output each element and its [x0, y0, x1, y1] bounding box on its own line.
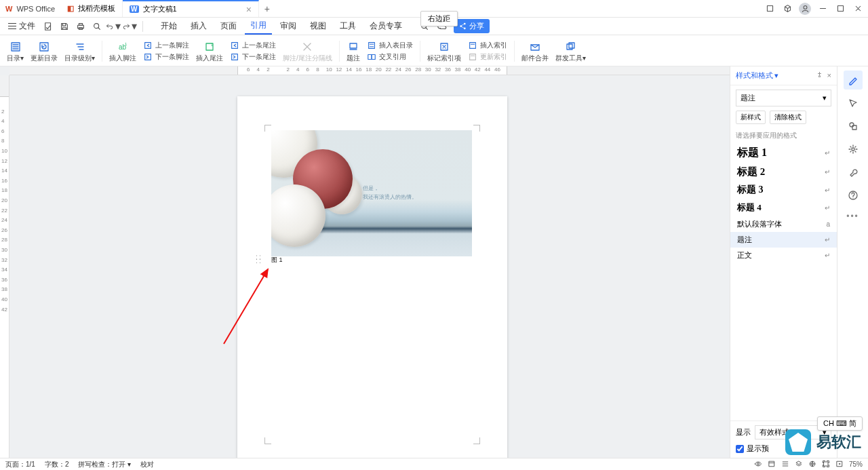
- update-toc-button[interactable]: 更新目录: [31, 41, 58, 62]
- eye-icon[interactable]: [754, 460, 762, 469]
- file-menu[interactable]: 文件: [4, 19, 39, 33]
- web-layout-icon[interactable]: [808, 460, 816, 469]
- preview-label: 显示预: [747, 444, 769, 454]
- style-name: 标题 2: [737, 165, 765, 178]
- styles-pane-icon[interactable]: [844, 71, 863, 90]
- index-mark-button[interactable]: 标记索引项: [427, 41, 461, 62]
- document-editor[interactable]: 但是， 我还有滚烫人的热情。 ⁚⁚⁚⁚ 图 1: [9, 75, 730, 458]
- undo-icon[interactable]: ▾: [106, 20, 121, 33]
- svg-rect-0: [767, 5, 772, 11]
- style-row[interactable]: 题注↵: [730, 232, 837, 248]
- status-words[interactable]: 字数：2: [45, 460, 69, 469]
- svg-line-43: [224, 269, 268, 344]
- document-image[interactable]: 但是， 我还有滚烫人的热情。: [271, 130, 472, 256]
- status-page[interactable]: 页面：1/1: [5, 460, 35, 469]
- insert-endnote-button[interactable]: 1插入尾注: [196, 41, 223, 62]
- layout-outline-icon[interactable]: [781, 460, 789, 469]
- print-icon[interactable]: [73, 20, 88, 33]
- menu-tab-review[interactable]: 审阅: [275, 18, 302, 34]
- menu-tab-reference[interactable]: 引用: [245, 18, 272, 35]
- svg-point-44: [850, 123, 854, 127]
- style-row[interactable]: 标题 1↵: [730, 143, 837, 163]
- menu-tab-member[interactable]: 会员专享: [364, 18, 408, 34]
- layout-print-icon[interactable]: [768, 460, 776, 469]
- add-tab-button[interactable]: +: [259, 3, 275, 14]
- shape-icon[interactable]: [844, 117, 863, 136]
- mail-merge-button[interactable]: 邮件合并: [521, 41, 549, 62]
- select-icon[interactable]: [844, 94, 863, 113]
- footnote-separator-button: 脚注/尾注分隔线: [283, 41, 332, 62]
- style-mark-icon: ↵: [825, 168, 830, 176]
- new-style-button[interactable]: 新样式: [736, 111, 766, 124]
- svg-rect-28: [350, 43, 357, 48]
- rect-icon[interactable]: [762, 1, 777, 16]
- menu-tab-view[interactable]: 视图: [304, 18, 332, 34]
- figure-toc-button[interactable]: 插入表目录: [367, 41, 413, 50]
- layout-read-icon[interactable]: [795, 460, 803, 469]
- avatar[interactable]: [797, 1, 812, 16]
- tools-icon[interactable]: [844, 163, 863, 182]
- close-icon[interactable]: ×: [246, 5, 252, 14]
- menu-tab-insert[interactable]: 插入: [185, 18, 212, 34]
- help-icon[interactable]: [844, 186, 863, 205]
- preview-icon[interactable]: [90, 20, 104, 33]
- zoom-level[interactable]: 75%: [849, 461, 863, 468]
- tab-templates[interactable]: ◧ 找稻壳模板: [60, 0, 123, 17]
- status-proof[interactable]: 校对: [140, 460, 154, 469]
- menu-tab-page[interactable]: 页面: [215, 18, 242, 34]
- style-applied-select[interactable]: 题注▾: [736, 90, 831, 106]
- tab-label: 文字文稿1: [143, 4, 177, 14]
- menu-tab-tools[interactable]: 工具: [334, 18, 361, 34]
- status-spellcheck[interactable]: 拼写检查：打开 ▾: [78, 460, 131, 469]
- style-row[interactable]: 正文↵: [730, 248, 837, 263]
- svg-rect-33: [368, 55, 372, 60]
- style-row[interactable]: 默认段落字体a: [730, 216, 837, 232]
- close-panel-icon[interactable]: ×: [827, 71, 831, 80]
- panel-title[interactable]: 样式和格式 ▾: [736, 71, 778, 81]
- prev-endnote-button[interactable]: 上一条尾注: [230, 41, 276, 50]
- svg-rect-42: [569, 43, 574, 48]
- style-row[interactable]: 标题 4↵: [730, 199, 837, 216]
- styles-panel: 样式和格式 ▾ × 题注▾ 新样式 清除格式 请选择要应用的格式 标题 1↵标题…: [730, 66, 837, 458]
- redo-icon[interactable]: ▾: [122, 20, 137, 33]
- pin-icon[interactable]: [816, 71, 823, 80]
- caption-button[interactable]: 题注: [347, 41, 360, 62]
- ribbon-group-mail: 邮件合并 群发工具▾: [521, 41, 593, 62]
- move-handle-icon[interactable]: ⁚⁚⁚⁚: [256, 256, 262, 264]
- prev-footnote-button[interactable]: 上一条脚注: [143, 41, 189, 50]
- style-row[interactable]: 标题 2↵: [730, 163, 837, 181]
- maximize-icon[interactable]: [833, 1, 848, 16]
- group-send-button[interactable]: 群发工具▾: [555, 41, 586, 62]
- focus-icon[interactable]: [822, 460, 830, 469]
- svg-rect-50: [769, 461, 774, 467]
- tab-document[interactable]: W 文字文稿1 ×: [123, 0, 259, 17]
- more-icon[interactable]: •••: [846, 212, 859, 221]
- settings-icon[interactable]: [844, 140, 863, 159]
- cross-ref-button[interactable]: 交叉引用: [367, 52, 413, 62]
- toc-button[interactable]: 目录▾: [7, 41, 24, 62]
- next-footnote-button[interactable]: 下一条脚注: [143, 52, 189, 62]
- tooltip-right-margin: 右边距: [420, 11, 458, 26]
- vertical-ruler[interactable]: 24681012141618202224262830323436384042: [0, 75, 9, 458]
- caption-text[interactable]: 图 1: [271, 256, 283, 265]
- style-mark-icon: a: [826, 220, 830, 228]
- preview-checkbox[interactable]: [736, 445, 744, 453]
- save-icon[interactable]: [57, 20, 72, 33]
- minimize-icon[interactable]: [815, 1, 830, 16]
- clear-format-button[interactable]: 清除格式: [770, 111, 806, 124]
- document-page[interactable]: 但是， 我还有滚烫人的热情。 ⁚⁚⁚⁚ 图 1: [237, 96, 507, 458]
- next-endnote-button[interactable]: 下一条尾注: [230, 52, 276, 62]
- insert-footnote-button[interactable]: ab1插入脚注: [109, 41, 136, 62]
- svg-point-1: [804, 5, 807, 9]
- fit-icon[interactable]: [835, 460, 844, 469]
- cube-icon[interactable]: [780, 1, 795, 16]
- horizontal-ruler[interactable]: 6422468101214161820222426283032363840424…: [9, 66, 730, 75]
- svg-point-46: [852, 148, 854, 151]
- menu-tab-home[interactable]: 开始: [155, 18, 182, 34]
- insert-index-button[interactable]: 插入索引: [468, 41, 507, 50]
- style-row[interactable]: 标题 3↵: [730, 181, 837, 199]
- close-window-icon[interactable]: [850, 1, 865, 16]
- toc-level-button[interactable]: 目录级别▾: [64, 41, 95, 62]
- new-icon[interactable]: [41, 20, 56, 33]
- share-button[interactable]: 分享: [454, 19, 490, 33]
